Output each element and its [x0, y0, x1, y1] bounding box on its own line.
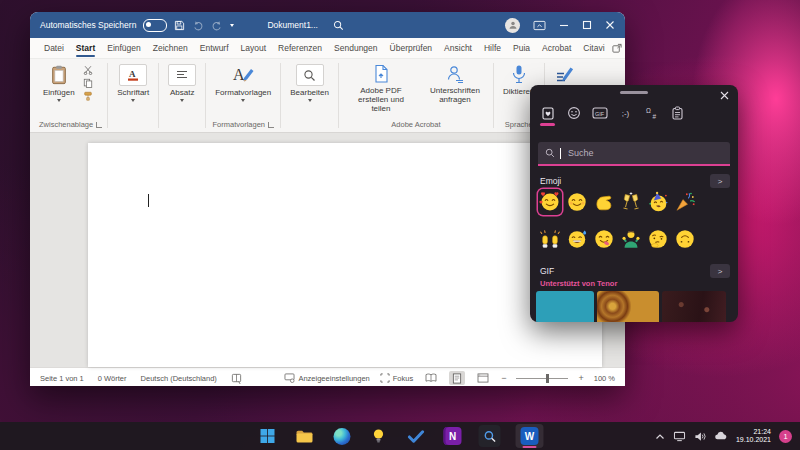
menu-tab-ueberpruefen[interactable]: Überprüfen — [384, 38, 439, 58]
emoji-upside-down-face[interactable] — [673, 226, 697, 252]
page-indicator[interactable]: Seite 1 von 1 — [40, 374, 84, 383]
read-mode-button[interactable] — [423, 371, 439, 385]
dialog-launcher-icon[interactable] — [96, 122, 102, 128]
menu-tab-datei[interactable]: Datei — [38, 38, 70, 58]
search-icon[interactable] — [333, 20, 344, 31]
word-taskbar-button[interactable]: W — [516, 424, 544, 448]
lamp-app-button[interactable] — [368, 425, 390, 447]
network-icon[interactable] — [673, 431, 686, 442]
menu-tab-sendungen[interactable]: Sendungen — [328, 38, 384, 58]
editing-button[interactable]: Bearbeiten — [286, 63, 333, 103]
zoom-slider[interactable] — [516, 378, 568, 379]
onenote-button[interactable]: N — [442, 425, 464, 447]
tab-recent[interactable] — [539, 104, 556, 122]
save-icon[interactable] — [174, 20, 185, 31]
redo-icon[interactable] — [211, 20, 223, 31]
web-layout-button[interactable] — [475, 371, 491, 385]
gif-more-button[interactable]: > — [710, 264, 730, 278]
notification-badge[interactable]: 1 — [779, 430, 792, 443]
menu-tab-einfuegen[interactable]: Einfügen — [101, 38, 147, 58]
start-button[interactable] — [257, 425, 279, 447]
emoji-raising-hands[interactable] — [538, 226, 562, 252]
signatures-button[interactable]: Unterschriften anfragen — [422, 63, 488, 105]
show-hidden-icons-button[interactable] — [655, 433, 665, 440]
styles-label: Formatvorlagen — [215, 88, 271, 97]
ribbon-display-options-icon[interactable] — [533, 20, 546, 31]
minimize-button[interactable] — [559, 20, 569, 30]
menu-tab-ansicht[interactable]: Ansicht — [438, 38, 478, 58]
menu-tab-acrobat[interactable]: Acrobat — [536, 38, 577, 58]
emoji-smiling-face[interactable] — [565, 189, 589, 215]
menu-tab-hilfe[interactable]: Hilfe — [478, 38, 507, 58]
close-button[interactable] — [605, 20, 615, 30]
tab-gif[interactable]: GIF — [591, 104, 608, 122]
menu-tab-zeichnen[interactable]: Zeichnen — [147, 38, 194, 58]
volume-icon[interactable] — [694, 431, 706, 442]
emoji-more-button[interactable]: > — [710, 174, 730, 188]
copy-icon[interactable] — [83, 78, 93, 88]
zoom-out-button[interactable]: − — [501, 373, 506, 383]
search-input[interactable] — [566, 147, 723, 159]
clipboard-history-icon — [671, 106, 684, 120]
display-settings-button[interactable]: Anzeigeeinstellungen — [284, 373, 369, 383]
emoji-clinking-glasses[interactable] — [619, 189, 643, 215]
search-app-button[interactable] — [479, 425, 501, 447]
language-indicator[interactable]: Deutsch (Deutschland) — [141, 374, 217, 383]
menu-tab-citavi[interactable]: Citavi — [577, 38, 610, 58]
emoji-man-shrugging[interactable] — [619, 226, 643, 252]
emoji-party-popper[interactable] — [673, 189, 697, 215]
tab-symbols[interactable]: Ω# — [643, 104, 660, 122]
onedrive-cloud-icon[interactable] — [714, 431, 728, 441]
print-layout-button[interactable] — [449, 371, 465, 385]
todo-app-button[interactable] — [405, 425, 427, 447]
gif-thumbnail[interactable] — [662, 291, 726, 322]
emoji-smiling-face-with-hearts[interactable] — [538, 189, 562, 215]
more-commands-icon[interactable] — [230, 24, 234, 27]
emoji-partying-face[interactable] — [646, 189, 670, 215]
zoom-slider-thumb[interactable] — [546, 374, 549, 383]
font-button[interactable]: A Schriftart — [113, 63, 153, 103]
menu-tab-entwurf[interactable]: Entwurf — [194, 38, 235, 58]
menu-tab-layout[interactable]: Layout — [235, 38, 273, 58]
proofing-icon[interactable] — [231, 373, 242, 384]
menu-tab-referenzen[interactable]: Referenzen — [272, 38, 328, 58]
account-avatar[interactable] — [505, 18, 520, 33]
focus-button[interactable]: Fokus — [380, 373, 413, 383]
search-box[interactable] — [538, 142, 730, 166]
gif-thumbnail[interactable] — [597, 291, 659, 322]
maximize-button[interactable] — [582, 20, 592, 30]
gif-thumbnail[interactable] — [536, 291, 594, 322]
word-count[interactable]: 0 Wörter — [98, 374, 127, 383]
zoom-level[interactable]: 100 % — [594, 374, 615, 383]
menu-tab-start[interactable]: Start — [70, 38, 101, 58]
emoji-flexed-biceps[interactable] — [592, 189, 616, 215]
styles-button[interactable]: A Formatvorlagen — [211, 63, 275, 103]
panel-close-button[interactable] — [720, 91, 729, 100]
svg-text:A: A — [129, 69, 136, 79]
search-magnifier-icon — [483, 430, 496, 443]
share-icon[interactable] — [611, 43, 623, 54]
dialog-launcher-icon[interactable] — [268, 122, 274, 128]
format-painter-icon[interactable] — [83, 91, 93, 101]
document-page[interactable] — [88, 143, 602, 367]
tab-clipboard[interactable] — [669, 104, 686, 122]
menu-tab-puia[interactable]: Puia — [507, 38, 536, 58]
edge-browser-button[interactable] — [331, 425, 353, 447]
cut-icon[interactable] — [83, 65, 93, 75]
emoji-face-savoring-food[interactable] — [592, 226, 616, 252]
drag-handle[interactable] — [620, 91, 648, 94]
adobe-pdf-button[interactable]: Adobe PDF erstellen und teilen — [344, 63, 418, 115]
zoom-in-button[interactable]: + — [578, 373, 583, 383]
paste-button[interactable]: Einfügen — [39, 63, 79, 103]
paragraph-button[interactable]: Absatz — [164, 63, 200, 103]
file-explorer-button[interactable] — [294, 425, 316, 447]
taskbar-clock[interactable]: 21:24 19.10.2021 — [736, 428, 771, 445]
autosave-toggle[interactable] — [143, 19, 167, 32]
tab-kaomoji[interactable]: ;-) — [617, 104, 634, 122]
emoji-grinning-face-with-sweat[interactable] — [565, 226, 589, 252]
focus-icon — [380, 373, 390, 383]
undo-icon[interactable] — [192, 20, 204, 31]
emoji-thinking-face[interactable] — [646, 226, 670, 252]
tab-emoji[interactable] — [565, 104, 582, 122]
emoji-row-2 — [538, 226, 697, 252]
